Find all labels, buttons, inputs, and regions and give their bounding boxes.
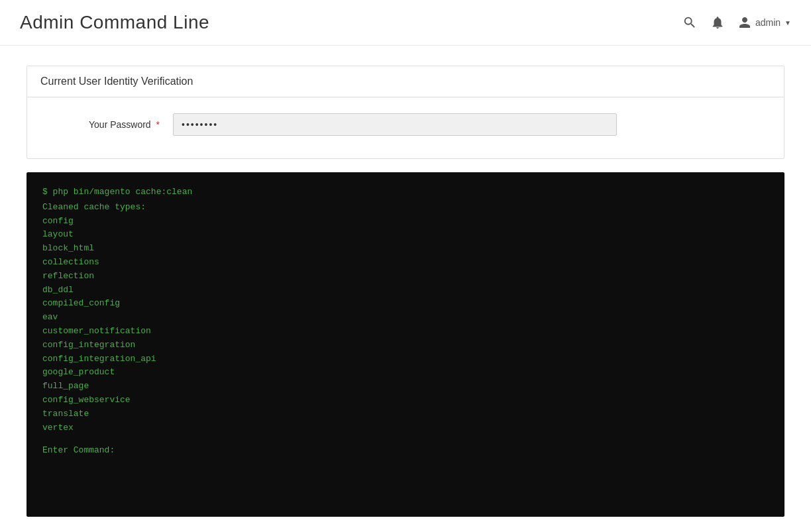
terminal-output-line: Cleaned cache types: (42, 201, 769, 215)
terminal-output-line: config_integration (42, 339, 769, 352)
password-form-row: Your Password * (40, 113, 771, 136)
terminal-output-line: config_integration_api (42, 352, 769, 366)
terminal-output-line: config (42, 215, 769, 229)
notification-icon[interactable] (710, 15, 725, 30)
required-indicator: * (156, 119, 160, 130)
page-title: Admin Command Line (20, 12, 209, 33)
terminal-output-line: config_webservice (42, 394, 769, 407)
password-input[interactable] (173, 113, 617, 136)
password-label: Your Password * (40, 119, 173, 130)
user-menu[interactable]: admin ▼ (738, 16, 791, 29)
card-header: Current User Identity Verification (27, 66, 784, 97)
terminal-output: Cleaned cache types:configlayoutblock_ht… (42, 201, 769, 435)
card-title: Current User Identity Verification (40, 76, 193, 87)
terminal-output-line: collections (42, 256, 769, 270)
terminal-output-line: translate (42, 407, 769, 421)
user-dropdown-arrow: ▼ (784, 19, 791, 27)
header: Admin Command Line admin ▼ (0, 0, 811, 46)
terminal-output-line: compiled_config (42, 297, 769, 311)
terminal-output-line: full_page (42, 380, 769, 394)
terminal-command-line: $ php bin/magento cache:clean (42, 186, 769, 199)
main-content: Current User Identity Verification Your … (0, 46, 811, 532)
terminal-output-line: db_ddl (42, 284, 769, 297)
user-icon (738, 16, 751, 29)
terminal-output-line: eav (42, 311, 769, 325)
terminal-output-line: layout (42, 228, 769, 242)
terminal: $ php bin/magento cache:clean Cleaned ca… (27, 172, 784, 517)
terminal-output-line: vertex (42, 421, 769, 435)
terminal-command-text: $ php bin/magento cache:clean (42, 186, 192, 199)
terminal-output-line: reflection (42, 270, 769, 284)
terminal-enter-command: Enter Command: (42, 444, 769, 458)
verification-card: Current User Identity Verification Your … (27, 66, 784, 159)
header-actions: admin ▼ (682, 15, 791, 30)
search-icon[interactable] (682, 15, 697, 30)
terminal-output-line: block_html (42, 242, 769, 256)
terminal-output-line: customer_notification (42, 325, 769, 339)
user-name: admin (755, 17, 781, 28)
card-body: Your Password * (27, 97, 784, 158)
terminal-output-line: google_product (42, 366, 769, 380)
